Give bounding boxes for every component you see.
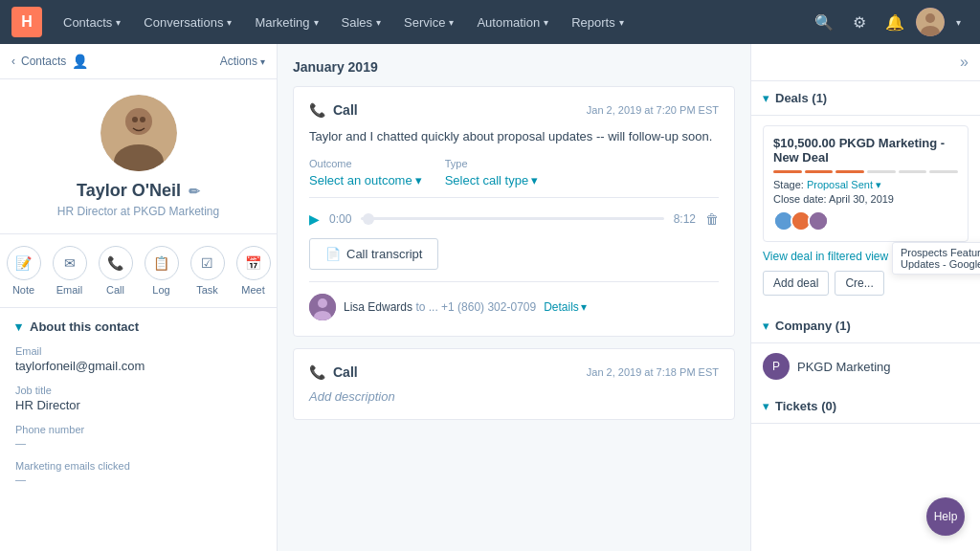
chevron-down-icon: ▾ — [227, 17, 232, 28]
phone-icon: 📞 — [309, 364, 325, 380]
time-start: 0:00 — [329, 212, 351, 226]
svg-point-7 — [140, 117, 145, 122]
user-avatar[interactable] — [916, 8, 945, 36]
deal-avatar-3 — [808, 210, 829, 231]
caller-avatar — [309, 294, 336, 320]
card-header-1: 📞 Call Jan 2, 2019 at 7:20 PM EST — [309, 102, 719, 118]
audio-progress-bar[interactable] — [361, 217, 663, 220]
type-select-dropdown[interactable]: Select call type ▾ — [445, 173, 538, 187]
deals-section-header[interactable]: ▾ Deals (1) — [751, 81, 980, 116]
contact-name: Taylor O'Neil ✏ — [77, 181, 200, 201]
details-link[interactable]: Details ▾ — [544, 300, 587, 314]
chevron-down-icon: ▾ — [544, 17, 548, 28]
outcome-select-dropdown[interactable]: Select an outcome ▾ — [309, 173, 422, 187]
about-section-toggle[interactable]: ▾ About this contact — [15, 320, 261, 334]
chevron-down-icon: ▾ — [531, 173, 538, 187]
progress-seg-1 — [773, 170, 802, 173]
tooltip: Prospects Feature Page Updates - Google … — [892, 242, 980, 275]
audio-player: ▶ 0:00 8:12 🗑 — [309, 208, 719, 231]
call-transcript-button[interactable]: 📄 Call transcript — [309, 238, 438, 270]
company-section-header[interactable]: ▾ Company (1) — [751, 309, 980, 343]
svg-point-6 — [132, 117, 138, 122]
person-icon: 👤 — [72, 54, 88, 69]
task-icon: ☑ — [190, 246, 225, 280]
search-icon[interactable]: 🔍 — [807, 8, 841, 37]
create-deal-button[interactable]: Cre... — [835, 271, 883, 296]
time-end: 8:12 — [674, 212, 696, 226]
nav-service[interactable]: Service ▾ — [394, 10, 463, 35]
nav-reports[interactable]: Reports ▾ — [562, 10, 634, 35]
job-title-field-group: Job title HR Director — [15, 385, 261, 412]
phone-field-group: Phone number — — [15, 424, 261, 449]
month-header: January 2019 — [293, 59, 735, 75]
stage-value[interactable]: Proposal Sent ▾ — [807, 179, 881, 190]
chevron-down-icon: ▾ — [449, 17, 454, 28]
call-button[interactable]: 📞 Call — [99, 246, 133, 296]
edit-contact-icon[interactable]: ✏ — [189, 184, 200, 199]
settings-icon[interactable]: ⚙ — [845, 8, 874, 37]
contact-profile: Taylor O'Neil ✏ HR Director at PKGD Mark… — [0, 79, 277, 234]
about-section: ▾ About this contact Email taylorfoneil@… — [0, 308, 277, 508]
hubspot-logo[interactable]: H — [11, 7, 42, 37]
contact-action-buttons: 📝 Note ✉ Email 📞 Call 📋 Log ☑ Task 📅 M — [0, 234, 277, 308]
email-field-group: Email taylorfoneil@gmail.com — [15, 345, 261, 373]
delete-recording-icon[interactable]: 🗑 — [705, 211, 719, 227]
help-button[interactable]: Help — [926, 497, 965, 536]
actions-menu-button[interactable]: Actions ▾ — [220, 55, 265, 68]
add-deal-button[interactable]: Add deal — [763, 271, 829, 296]
caller-info: Lisa Edwards to ... +1 (860) 302-0709 De… — [309, 281, 719, 320]
call-icon: 📞 — [99, 246, 133, 280]
svg-point-9 — [318, 298, 327, 308]
deal-close-date: Close date: April 30, 2019 — [773, 193, 958, 205]
chevron-down-icon: ▾ — [116, 17, 121, 28]
task-button[interactable]: ☑ Task — [190, 246, 225, 296]
nav-sales[interactable]: Sales ▾ — [332, 10, 391, 35]
note-button[interactable]: 📝 Note — [7, 246, 41, 296]
deal-stage: Stage: Proposal Sent ▾ — [773, 179, 958, 191]
progress-seg-6 — [929, 170, 958, 173]
chevron-down-icon: ▾ — [260, 56, 265, 67]
right-sidebar: » ▾ Deals (1) $10,500.00 PKGD Marketing … — [750, 44, 980, 551]
progress-thumb — [363, 213, 374, 225]
deals-section: $10,500.00 PKGD Marketing - New Deal Sta… — [751, 116, 980, 309]
progress-seg-3 — [835, 170, 864, 173]
meet-icon: 📅 — [236, 246, 271, 280]
chevron-down-icon: ▾ — [876, 179, 881, 190]
progress-seg-5 — [899, 170, 927, 173]
svg-point-1 — [925, 13, 935, 23]
account-chevron-icon[interactable]: ▾ — [948, 11, 969, 33]
note-icon: 📝 — [7, 246, 41, 280]
transcript-icon: 📄 — [325, 247, 341, 261]
email-button[interactable]: ✉ Email — [53, 246, 87, 296]
svg-point-13 — [810, 212, 827, 230]
tickets-section-header[interactable]: ▾ Tickets (0) — [751, 389, 980, 424]
expand-icon[interactable]: » — [960, 54, 969, 71]
play-button[interactable]: ▶ — [309, 211, 320, 227]
progress-seg-4 — [867, 170, 896, 173]
chevron-down-icon: ▾ — [581, 300, 587, 314]
nav-contacts[interactable]: Contacts ▾ — [54, 10, 130, 35]
back-to-contacts[interactable]: ‹ Contacts 👤 — [11, 54, 88, 69]
about-chevron-icon: ▾ — [15, 320, 22, 334]
call-description-1: Taylor and I chatted quickly about propo… — [309, 127, 719, 146]
right-sidebar-header: » — [751, 44, 980, 81]
outcome-group: Outcome Select an outcome ▾ — [309, 158, 422, 187]
company-icon: P — [763, 353, 790, 380]
log-button[interactable]: 📋 Log — [145, 246, 179, 296]
chevron-down-icon: ▾ — [619, 17, 624, 28]
log-icon: 📋 — [145, 246, 179, 280]
sidebar-header: ‹ Contacts 👤 Actions ▾ — [0, 44, 277, 79]
company-chevron-icon: ▾ — [763, 319, 769, 333]
deals-chevron-icon: ▾ — [763, 91, 769, 105]
nav-marketing[interactable]: Marketing ▾ — [245, 10, 327, 35]
contact-sidebar: ‹ Contacts 👤 Actions ▾ — [0, 44, 278, 551]
email-icon: ✉ — [53, 246, 87, 280]
nav-automation[interactable]: Automation ▾ — [467, 10, 558, 35]
chevron-down-icon: ▾ — [415, 173, 422, 187]
card-date-1: Jan 2, 2019 at 7:20 PM EST — [587, 104, 719, 116]
notifications-icon[interactable]: 🔔 — [878, 8, 912, 37]
nav-conversations[interactable]: Conversations ▾ — [134, 10, 241, 35]
meet-button[interactable]: 📅 Meet — [236, 246, 271, 296]
marketing-field-group: Marketing emails clicked — — [15, 460, 261, 485]
add-description[interactable]: Add description — [309, 389, 719, 404]
